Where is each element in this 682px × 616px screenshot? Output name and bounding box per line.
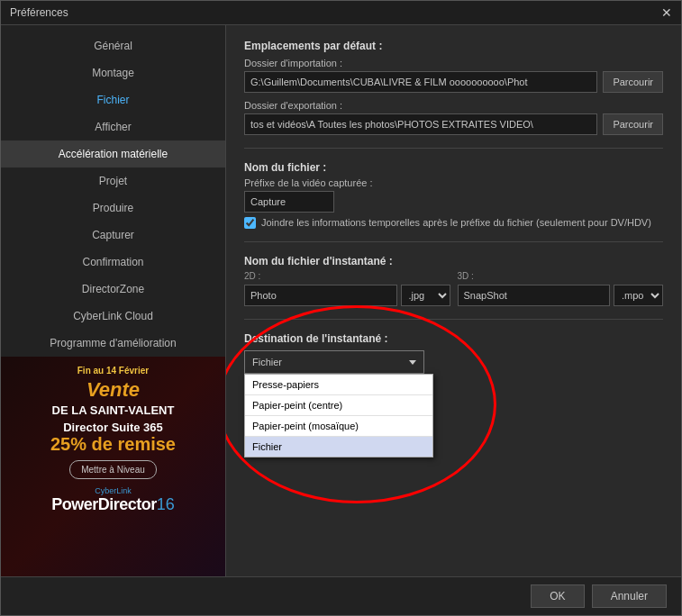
upgrade-button[interactable]: Mettre à Niveau: [69, 460, 157, 479]
export-label: Dossier d'exportation :: [244, 100, 663, 111]
sidebar-item-programme[interactable]: Programme d'amélioration: [1, 330, 225, 357]
option-presse[interactable]: Presse-papiers: [245, 375, 432, 395]
sidebar-item-projet[interactable]: Projet: [1, 168, 225, 195]
export-input[interactable]: [244, 113, 597, 135]
dialog-content: Général Montage Fichier Afficher Accélér…: [1, 25, 681, 576]
destination-title: Destination de l'instantané :: [244, 332, 663, 345]
export-section: Dossier d'exportation : Parcourir: [244, 100, 663, 135]
checkbox-row: Joindre les informations temporelles apr…: [244, 216, 663, 229]
snapshot-2d-col: 2D : .jpg .png .bmp: [244, 271, 450, 306]
destination-selected-text: Fichier: [252, 357, 282, 367]
export-row: Parcourir: [244, 113, 663, 135]
sidebar-item-directorzone[interactable]: DirectorZone: [1, 276, 225, 303]
dialog-title: Préférences: [10, 6, 68, 19]
divider3: [244, 319, 663, 320]
ad-title-line1: Vente: [86, 379, 140, 401]
sidebar-item-produire[interactable]: Produire: [1, 195, 225, 222]
snapshot-3d-col: 3D : .mpo: [458, 271, 664, 306]
ad-discount: 25% de remise: [50, 434, 176, 455]
snapshot-row: 2D : .jpg .png .bmp 3D :: [244, 271, 663, 306]
label-2d: 2D :: [244, 271, 450, 281]
format-2d-select[interactable]: .jpg .png .bmp: [401, 285, 450, 306]
bottom-bar: OK Annuler: [1, 576, 681, 615]
ad-banner: Fin au 14 Février Vente DE LA SAINT-VALE…: [1, 357, 225, 576]
ok-button[interactable]: OK: [531, 584, 584, 608]
timecode-checkbox[interactable]: [244, 217, 256, 229]
locations-title: Emplacements par défaut :: [244, 40, 663, 52]
snap-3d-group: .mpo: [458, 285, 664, 306]
sidebar-item-confirmation[interactable]: Confirmation: [1, 249, 225, 276]
sidebar-item-afficher[interactable]: Afficher: [1, 113, 225, 140]
cyberlink-brand: CyberLink: [51, 486, 175, 495]
preferences-dialog: Préférences ✕ Général Montage Fichier Af…: [0, 0, 682, 616]
format-3d-select[interactable]: .mpo: [614, 285, 663, 306]
snapshot-section: Nom du fichier d'instantané : 2D : .jpg …: [244, 255, 663, 306]
sidebar-item-cyberlink-cloud[interactable]: CyberLink Cloud: [1, 303, 225, 330]
browse-export-button[interactable]: Parcourir: [603, 113, 663, 135]
title-bar: Préférences ✕: [1, 1, 681, 25]
destination-dropdown[interactable]: Fichier: [244, 350, 424, 374]
option-papier-mosaique[interactable]: Papier-peint (mosaïque): [245, 416, 432, 437]
checkbox-label: Joindre les informations temporelles apr…: [261, 216, 651, 229]
prefix-section: Préfixe de la vidéo capturée :: [244, 177, 663, 213]
sidebar-item-fichier[interactable]: Fichier: [1, 86, 225, 113]
divider2: [244, 241, 663, 242]
main-panel: Emplacements par défaut : Dossier d'impo…: [226, 25, 681, 576]
import-row: Parcourir: [244, 71, 663, 93]
destination-dropdown-wrapper: Fichier Presse-papiers Papier-peint (cen…: [244, 350, 433, 374]
cancel-button[interactable]: Annuler: [592, 584, 667, 608]
capture-row: [244, 191, 663, 213]
filename-section: Nom du fichier : Préfixe de la vidéo cap…: [244, 161, 663, 229]
option-papier-centre[interactable]: Papier-peint (centre): [245, 395, 432, 416]
close-button[interactable]: ✕: [661, 6, 672, 19]
destination-section: Destination de l'instantané : Fichier Pr…: [244, 332, 663, 374]
sidebar-item-montage[interactable]: Montage: [1, 59, 225, 86]
destination-menu: Presse-papiers Papier-peint (centre) Pap…: [244, 374, 433, 457]
import-section: Dossier d'importation : Parcourir: [244, 58, 663, 93]
ad-date: Fin au 14 Février: [77, 366, 149, 376]
sidebar: Général Montage Fichier Afficher Accélér…: [1, 25, 226, 576]
sidebar-item-acceleration[interactable]: Accélération matérielle: [1, 140, 225, 168]
divider1: [244, 148, 663, 149]
sidebar-nav: Général Montage Fichier Afficher Accélér…: [1, 25, 225, 357]
prefix-label: Préfixe de la vidéo capturée :: [244, 177, 663, 188]
section-locations: Emplacements par défaut : Dossier d'impo…: [244, 40, 663, 135]
capture-input[interactable]: [244, 191, 334, 213]
label-3d: 3D :: [458, 271, 664, 281]
sidebar-item-general[interactable]: Général: [1, 32, 225, 59]
snapshot-3d-input[interactable]: [458, 285, 611, 306]
dropdown-arrow-icon: [409, 360, 416, 365]
browse-import-button[interactable]: Parcourir: [603, 71, 663, 93]
snap-2d-group: .jpg .png .bmp: [244, 285, 450, 306]
snapshot-title: Nom du fichier d'instantané :: [244, 255, 663, 267]
sidebar-item-capturer[interactable]: Capturer: [1, 222, 225, 249]
snapshot-2d-input[interactable]: [244, 285, 397, 306]
import-input[interactable]: [244, 71, 597, 93]
ad-product: Director Suite 365: [63, 421, 163, 434]
import-label: Dossier d'importation :: [244, 58, 663, 68]
powerdir-logo: CyberLink PowerDirector16: [51, 486, 175, 514]
product-name: PowerDirector16: [51, 495, 175, 514]
option-fichier[interactable]: Fichier: [245, 437, 432, 457]
filename-title: Nom du fichier :: [244, 161, 663, 174]
ad-title-line2: DE LA SAINT-VALENT: [52, 404, 175, 417]
